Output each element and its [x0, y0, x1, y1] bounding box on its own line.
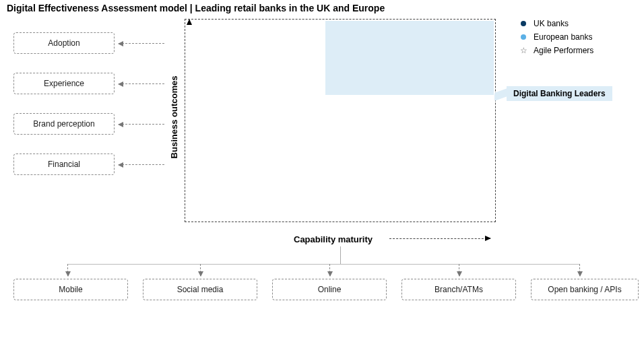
- legend: UK banks European banks ☆ Agile Performe…: [519, 19, 593, 59]
- arrow-left-icon: [119, 164, 164, 166]
- arrow-right-icon: [389, 238, 490, 240]
- x-axis-label: Capability maturity: [294, 234, 373, 244]
- arrow-down-icon: [459, 264, 460, 276]
- capability-label: Open banking / APIs: [548, 285, 621, 294]
- capability-label: Branch/ATMs: [434, 285, 483, 294]
- arrow-left-icon: [119, 124, 164, 125]
- outcome-label: Experience: [44, 79, 84, 88]
- arrow-down-icon: [200, 264, 201, 276]
- arrow-down-icon: [67, 264, 69, 276]
- y-axis-label: Business outcomes: [169, 76, 179, 159]
- leaders-zone-label: Digital Banking Leaders: [507, 86, 612, 101]
- capability-box-mobile: Mobile: [13, 279, 128, 300]
- capability-label: Online: [318, 285, 342, 294]
- capability-box-branch: Branch/ATMs: [401, 279, 516, 300]
- capability-box-openbanking: Open banking / APIs: [531, 279, 639, 300]
- diagram-root: Digital Effectiveness Assessment model |…: [0, 0, 644, 340]
- capability-label: Social media: [177, 285, 224, 294]
- outcome-label: Financial: [48, 160, 80, 169]
- axis-connector-vline: [340, 246, 341, 264]
- legend-item-uk: UK banks: [519, 19, 593, 28]
- diagram-title: Digital Effectiveness Assessment model |…: [7, 3, 385, 13]
- outcome-box-experience: Experience: [13, 73, 115, 94]
- capability-spread-line: [67, 264, 579, 265]
- legend-label: UK banks: [534, 19, 569, 28]
- arrow-left-icon: [119, 43, 164, 44]
- arrow-left-icon: [119, 83, 164, 85]
- outcome-box-brand: Brand perception: [13, 113, 115, 135]
- legend-item-agile: ☆ Agile Performers: [519, 46, 593, 55]
- arrow-down-icon: [579, 264, 581, 276]
- dot-light-icon: [519, 32, 528, 42]
- capability-label: Mobile: [59, 285, 82, 294]
- outcome-box-adoption: Adoption: [13, 32, 115, 54]
- capability-box-online: Online: [272, 279, 387, 300]
- outcome-label: Brand perception: [33, 119, 94, 129]
- dot-dark-icon: [519, 19, 528, 28]
- legend-label: European banks: [534, 32, 592, 42]
- matrix-panel: [185, 19, 496, 222]
- leaders-zone: [325, 21, 494, 95]
- capability-box-social: Social media: [143, 279, 257, 300]
- arrow-down-icon: [329, 264, 331, 276]
- outcome-label: Adoption: [48, 38, 79, 48]
- outcome-box-financial: Financial: [13, 154, 115, 175]
- star-icon: ☆: [519, 46, 528, 55]
- legend-label: Agile Performers: [534, 46, 593, 55]
- legend-item-eu: European banks: [519, 32, 593, 42]
